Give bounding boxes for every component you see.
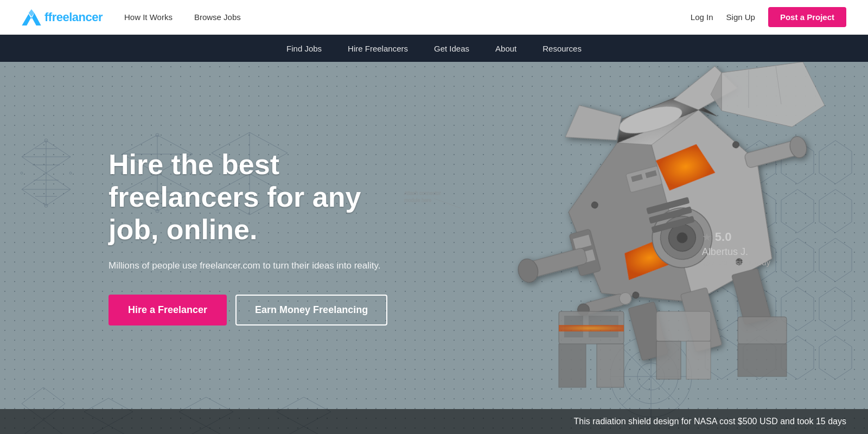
rating-score: 5.0 [715,230,732,244]
star-icon: ★ [702,231,712,244]
browse-jobs-link[interactable]: Browse Jobs [194,12,241,22]
logo[interactable]: ffreelancer [22,9,103,25]
hero-mechanical-image [380,62,868,434]
about-nav[interactable]: About [495,44,516,53]
svg-rect-111 [559,325,624,331]
reviewer-handle: @albertusjanuardy [702,258,770,267]
hire-freelancer-button[interactable]: Hire a Freelancer [108,295,227,326]
get-ideas-nav[interactable]: Get Ideas [434,44,469,53]
svg-rect-109 [559,344,586,387]
svg-marker-101 [722,62,825,127]
secondary-navigation: Find Jobs Hire Freelancers Get Ideas Abo… [0,35,868,62]
hero-content: Hire the best freelancers for any job, o… [108,149,391,326]
svg-rect-113 [656,341,681,379]
hero-caption-bar: This radiation shield design for NASA co… [0,409,868,434]
svg-rect-115 [738,317,787,344]
top-navigation: ffreelancer How It Works Browse Jobs Log… [0,0,868,35]
earn-money-button[interactable]: Earn Money Freelancing [235,295,387,326]
resources-nav[interactable]: Resources [542,44,582,53]
hero-title: Hire the best freelancers for any job, o… [108,149,391,246]
svg-rect-77 [731,268,771,325]
svg-rect-116 [738,344,787,376]
hero-subtitle: Millions of people use freelancer.com to… [108,259,391,273]
find-jobs-nav[interactable]: Find Jobs [286,44,322,53]
rating-badge: ★ 5.0 Albertus J. @albertusjanuardy [702,230,770,267]
logo-icon [22,9,41,25]
hire-freelancers-nav[interactable]: Hire Freelancers [348,44,408,53]
rating-stars-row: ★ 5.0 [702,230,770,244]
how-it-works-link[interactable]: How It Works [124,12,173,22]
reviewer-name: Albertus J. [702,246,770,258]
hero-buttons: Hire a Freelancer Earn Money Freelancing [108,295,391,326]
hero-caption-text: This radiation shield design for NASA co… [573,417,846,426]
logo-text: ffreelancer [44,10,103,24]
signup-button[interactable]: Sign Up [726,12,755,22]
post-project-button[interactable]: Post a Project [768,7,846,27]
login-button[interactable]: Log In [691,12,713,22]
svg-rect-114 [686,341,711,379]
svg-rect-110 [597,344,624,387]
hero-section: Attach connector module here [0,62,868,434]
svg-rect-112 [656,311,711,341]
